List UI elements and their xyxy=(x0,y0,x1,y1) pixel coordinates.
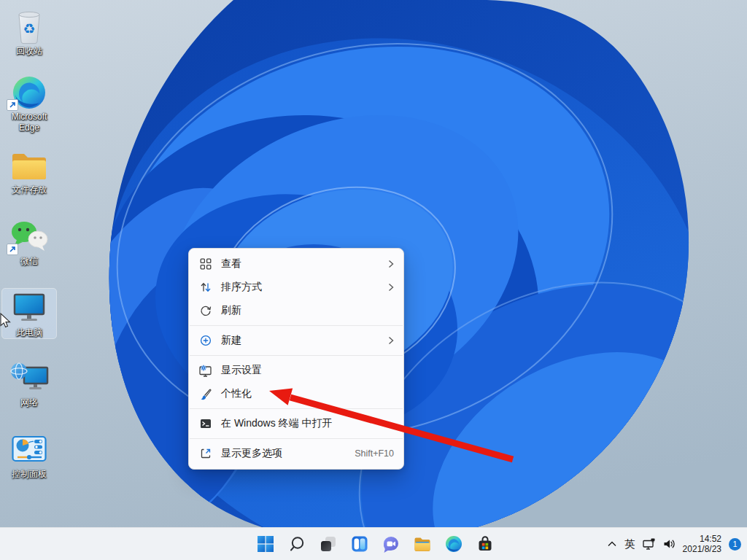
chevron-right-icon xyxy=(388,260,394,268)
taskbar: 英 14:52 2021/8/23 xyxy=(0,527,747,560)
edge-icon xyxy=(2,74,56,111)
desktop-icon-control-panel[interactable]: 控制面板 xyxy=(2,430,56,480)
start-button[interactable] xyxy=(251,529,280,559)
tray-volume[interactable] xyxy=(663,538,676,550)
chevron-right-icon xyxy=(388,336,394,345)
icon-label: 文件存放 xyxy=(2,184,56,195)
menu-item-label: 在 Windows 终端 中打开 xyxy=(221,417,394,430)
desktop-icon-files-folder[interactable]: 文件存放 xyxy=(2,146,56,195)
context-menu: 查看 排序方式 刷新 xyxy=(188,248,404,470)
icon-label: 网络 xyxy=(2,397,56,408)
personalize-icon xyxy=(199,387,212,400)
clock-time: 14:52 xyxy=(683,534,721,544)
recycle-bin-icon: ♻ xyxy=(2,9,56,45)
desktop: ♻ 回收站 Microsoft Edge xyxy=(0,0,747,560)
tray-network[interactable] xyxy=(643,538,656,550)
menu-item-new[interactable]: 新建 xyxy=(189,329,403,352)
task-view-icon xyxy=(320,535,337,553)
svg-text:♻: ♻ xyxy=(23,21,35,36)
refresh-icon xyxy=(199,304,212,317)
notification-badge[interactable]: 1 xyxy=(729,538,741,551)
chat-icon xyxy=(382,535,400,553)
menu-item-view[interactable]: 查看 xyxy=(189,252,403,276)
menu-item-label: 查看 xyxy=(221,257,379,271)
menu-divider xyxy=(190,438,403,439)
desktop-icon-wechat[interactable]: 微信 xyxy=(2,217,56,267)
menu-item-label: 新建 xyxy=(221,334,379,347)
view-grid-icon xyxy=(199,257,212,271)
desktop-icon-recycle-bin[interactable]: ♻ 回收站 xyxy=(2,7,56,57)
windows-logo-icon xyxy=(257,535,274,553)
chevron-up-icon xyxy=(607,539,617,549)
desktop-icon-microsoft-edge[interactable]: Microsoft Edge xyxy=(2,73,56,133)
menu-divider xyxy=(190,355,403,356)
chevron-right-icon xyxy=(388,283,394,292)
taskbar-center-buttons xyxy=(251,529,500,559)
search-button[interactable] xyxy=(282,529,311,559)
store-button[interactable] xyxy=(471,529,500,559)
icon-label: 此电脑 xyxy=(2,327,56,338)
edge-icon xyxy=(445,535,462,553)
menu-item-sort-by[interactable]: 排序方式 xyxy=(189,276,403,299)
menu-divider xyxy=(190,325,403,326)
menu-item-label: 刷新 xyxy=(221,304,394,317)
menu-item-display-settings[interactable]: 显示设置 xyxy=(189,359,403,382)
menu-item-shortcut: Shift+F10 xyxy=(355,448,394,459)
menu-item-label: 显示更多选项 xyxy=(221,447,346,460)
display-settings-icon xyxy=(199,364,212,377)
menu-item-label: 显示设置 xyxy=(221,364,394,377)
wechat-icon xyxy=(2,219,56,255)
terminal-icon xyxy=(199,417,212,430)
volume-icon xyxy=(663,538,676,550)
icon-label: 微信 xyxy=(2,256,56,267)
menu-item-label: 个性化 xyxy=(221,387,394,400)
clock-date: 2021/8/23 xyxy=(683,544,721,554)
desktop-icon-network[interactable]: 网络 xyxy=(2,359,56,408)
menu-item-label: 排序方式 xyxy=(221,281,379,294)
store-icon xyxy=(476,535,494,553)
tray-chevron-up[interactable] xyxy=(607,539,617,549)
tray-clock[interactable]: 14:52 2021/8/23 xyxy=(683,534,721,554)
expand-icon xyxy=(199,447,212,460)
menu-item-personalize[interactable]: 个性化 xyxy=(189,382,403,405)
ime-indicator[interactable]: 英 xyxy=(624,537,635,551)
widgets-button[interactable] xyxy=(345,529,374,559)
shortcut-arrow-icon xyxy=(7,244,18,255)
file-explorer-icon xyxy=(414,535,431,553)
menu-divider xyxy=(190,408,403,409)
icon-label: 回收站 xyxy=(2,46,56,57)
network-icon xyxy=(2,360,56,397)
search-icon xyxy=(288,535,306,553)
chat-button[interactable] xyxy=(376,529,406,559)
sort-icon xyxy=(199,281,212,294)
control-panel-icon xyxy=(2,432,56,468)
new-plus-icon xyxy=(199,334,212,347)
icon-label: Microsoft Edge xyxy=(2,112,56,133)
file-explorer-button[interactable] xyxy=(408,529,437,559)
shortcut-arrow-icon xyxy=(7,99,18,111)
menu-item-open-in-terminal[interactable]: 在 Windows 终端 中打开 xyxy=(189,412,403,435)
menu-item-show-more-options[interactable]: 显示更多选项 Shift+F10 xyxy=(189,442,403,465)
network-ethernet-icon xyxy=(643,538,656,550)
system-tray: 英 14:52 2021/8/23 xyxy=(607,528,741,560)
mouse-cursor xyxy=(0,313,12,329)
widgets-icon xyxy=(351,535,368,553)
folder-icon xyxy=(2,147,56,184)
menu-item-refresh[interactable]: 刷新 xyxy=(189,299,403,322)
icon-label: 控制面板 xyxy=(2,469,56,480)
edge-button[interactable] xyxy=(439,529,468,559)
task-view-button[interactable] xyxy=(314,529,343,559)
